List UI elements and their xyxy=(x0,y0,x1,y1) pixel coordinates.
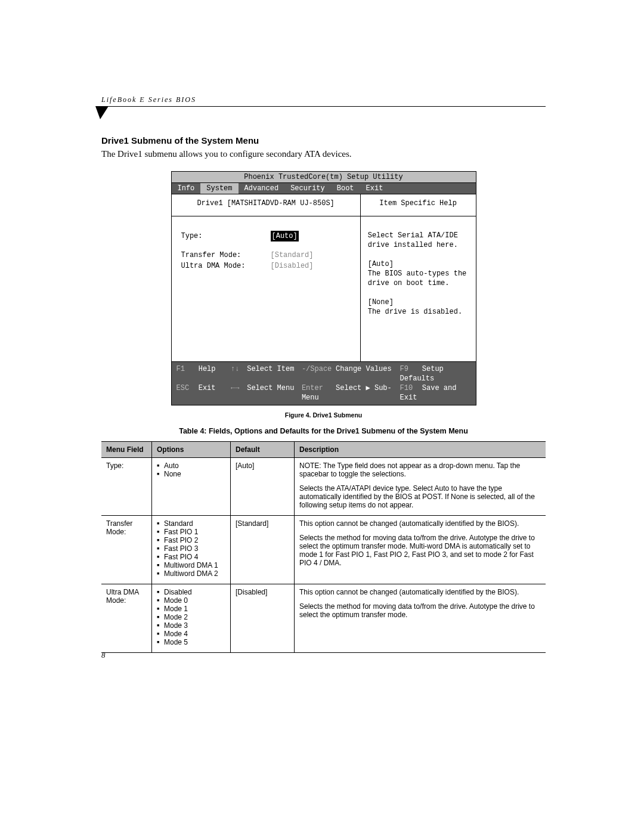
description-paragraph: NOTE: The Type field does not appear as … xyxy=(299,462,541,478)
bios-help-title: Item Specific Help xyxy=(361,194,476,216)
table-row: Ultra DMA Mode:DisabledMode 0Mode 1Mode … xyxy=(101,584,546,653)
bios-help-line: drive installed here. xyxy=(368,240,469,250)
bios-footer: F1 Help↑↓ Select Item-/Space Change Valu… xyxy=(172,362,476,405)
bios-submenu-title: Drive1 [MATSHITADVD-RAM UJ-850S] xyxy=(172,194,360,216)
table-header: Description xyxy=(295,442,546,458)
bios-tab-system[interactable]: System xyxy=(200,183,238,194)
fields-table: Menu FieldOptionsDefaultDescription Type… xyxy=(101,441,546,653)
option-item: Fast PIO 4 xyxy=(157,553,225,561)
option-item: Fast PIO 3 xyxy=(157,544,225,553)
bios-key-action: Help xyxy=(194,365,216,373)
bios-help-line: [None] xyxy=(368,298,469,307)
bios-field-value: [Standard] xyxy=(271,250,314,261)
description-paragraph: This option cannot be changed (automatic… xyxy=(299,588,541,596)
bios-help-line: [Auto] xyxy=(368,259,469,269)
bios-help-line: drive on boot time. xyxy=(368,278,469,288)
cell-description: This option cannot be changed (automatic… xyxy=(295,516,546,584)
section-intro: The Drive1 submenu allows you to configu… xyxy=(101,149,546,159)
option-item: Fast PIO 1 xyxy=(157,528,225,536)
bios-key: ESC xyxy=(177,383,194,393)
table-row: Transfer Mode:StandardFast PIO 1Fast PIO… xyxy=(101,516,546,584)
option-item: Fast PIO 2 xyxy=(157,536,225,544)
cell-menu-field: Ultra DMA Mode: xyxy=(101,584,152,653)
bios-key-action: Exit xyxy=(194,384,216,392)
cell-options: DisabledMode 0Mode 1Mode 2Mode 3Mode 4Mo… xyxy=(152,584,231,653)
section-title: Drive1 Submenu of the System Menu xyxy=(101,135,546,145)
bios-field-label: Type: xyxy=(181,231,271,241)
bios-help-line: The drive is disabled. xyxy=(368,307,469,317)
document-page: LifeBook E Series BIOS Drive1 Submenu of… xyxy=(0,0,644,833)
bios-help-body: Select Serial ATA/IDEdrive installed her… xyxy=(361,216,476,331)
bios-tab-boot[interactable]: Boot xyxy=(331,183,360,194)
bios-field-value: [Disabled] xyxy=(271,261,314,271)
bios-key-action: Change Values xyxy=(332,365,392,373)
option-item: Disabled xyxy=(157,588,225,596)
description-paragraph: This option cannot be changed (automatic… xyxy=(299,519,541,528)
option-item: Mode 2 xyxy=(157,613,225,621)
bios-help-line: Select Serial ATA/IDE xyxy=(368,231,469,240)
table-caption: Table 4: Fields, Options and Defaults fo… xyxy=(101,427,546,435)
option-item: Multiword DMA 1 xyxy=(157,561,225,569)
arrow-icon: ←→ xyxy=(231,383,243,393)
table-header: Options xyxy=(152,442,231,458)
table-header: Menu Field xyxy=(101,442,152,458)
bios-field-value[interactable]: [Auto] xyxy=(271,231,299,241)
cell-description: NOTE: The Type field does not appear as … xyxy=(295,458,546,516)
page-header: LifeBook E Series BIOS xyxy=(101,95,546,107)
bios-key-action: Select Menu xyxy=(243,384,294,392)
bios-key: F10 xyxy=(400,383,418,393)
bios-key: Enter xyxy=(302,383,332,393)
cell-default: [Standard] xyxy=(231,516,295,584)
cell-default: [Auto] xyxy=(231,458,295,516)
bios-tabs: InfoSystemAdvancedSecurityBootExit xyxy=(172,183,476,194)
bios-title: Phoenix TrustedCore(tm) Setup Utility xyxy=(172,172,476,183)
cell-options: StandardFast PIO 1Fast PIO 2Fast PIO 3Fa… xyxy=(152,516,231,584)
bios-help-line xyxy=(368,250,469,259)
cell-menu-field: Type: xyxy=(101,458,152,516)
option-item: Mode 4 xyxy=(157,630,225,638)
bios-window: Phoenix TrustedCore(tm) Setup Utility In… xyxy=(171,171,476,405)
cell-options: AutoNone xyxy=(152,458,231,516)
cell-default: [Disabled] xyxy=(231,584,295,653)
bios-key: -/Space xyxy=(302,364,332,374)
cell-menu-field: Transfer Mode: xyxy=(101,516,152,584)
description-paragraph: Selects the method for moving data to/fr… xyxy=(299,602,541,619)
bios-field-label: Transfer Mode: xyxy=(181,250,271,261)
page-number: 8 xyxy=(101,651,106,660)
figure-caption: Figure 4. Drive1 Submenu xyxy=(101,411,546,419)
option-item: Mode 3 xyxy=(157,621,225,630)
option-item: Standard xyxy=(157,519,225,528)
bios-tab-security[interactable]: Security xyxy=(284,183,331,194)
option-item: Mode 1 xyxy=(157,605,225,613)
option-item: Mode 5 xyxy=(157,638,225,646)
description-paragraph: Selects the ATA/ATAPI device type. Selec… xyxy=(299,484,541,509)
bios-help-line xyxy=(368,288,469,298)
option-item: Auto xyxy=(157,462,225,470)
arrow-icon: ↑↓ xyxy=(231,364,243,374)
bios-tab-exit[interactable]: Exit xyxy=(360,183,389,194)
table-header: Default xyxy=(231,442,295,458)
bios-help-line: The BIOS auto-types the xyxy=(368,269,469,278)
svg-marker-0 xyxy=(95,106,109,119)
bios-tab-advanced[interactable]: Advanced xyxy=(239,183,285,194)
bios-fields: Type:[Auto]Transfer Mode:[Standard]Ultra… xyxy=(172,216,360,286)
bios-field-label: Ultra DMA Mode: xyxy=(181,261,271,271)
cell-description: This option cannot be changed (automatic… xyxy=(295,584,546,653)
table-row: Type:AutoNone[Auto]NOTE: The Type field … xyxy=(101,458,546,516)
option-item: None xyxy=(157,470,225,478)
corner-marker-icon xyxy=(101,107,546,119)
option-item: Mode 0 xyxy=(157,596,225,605)
bios-key: F9 xyxy=(400,364,418,374)
bios-key-action: Select Item xyxy=(243,365,294,373)
bios-tab-info[interactable]: Info xyxy=(172,183,201,194)
bios-key: F1 xyxy=(177,364,194,374)
option-item: Multiword DMA 2 xyxy=(157,569,225,578)
description-paragraph: Selects the method for moving data to/fr… xyxy=(299,534,541,567)
